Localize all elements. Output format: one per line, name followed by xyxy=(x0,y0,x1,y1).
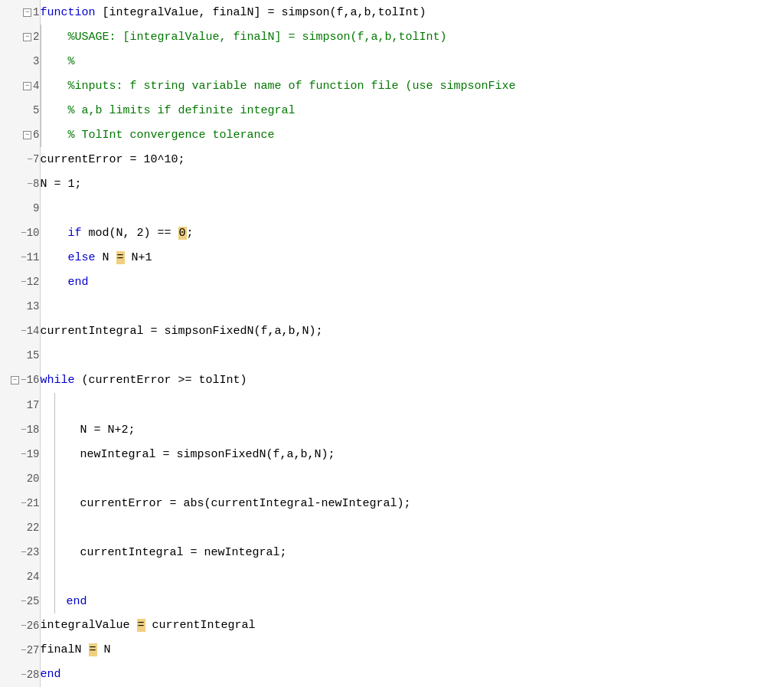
fold-button[interactable]: − xyxy=(23,33,31,41)
dash-indicator: − xyxy=(21,326,27,337)
line-number-cell: −23 xyxy=(0,540,40,564)
line-number-cell: 22 xyxy=(0,515,40,540)
code-line-cell xyxy=(40,294,784,319)
highlight-token: 0 xyxy=(178,227,187,240)
keyword-token: end xyxy=(41,668,61,681)
code-line-cell: currentIntegral = newIntegral; xyxy=(40,540,784,564)
line-number-cell: −11 xyxy=(0,245,40,270)
line-number-cell: −28 xyxy=(0,662,40,687)
dash-indicator: − xyxy=(21,227,27,239)
code-token: currentIntegral xyxy=(145,619,256,632)
code-line-cell: N = 1; xyxy=(40,172,784,196)
table-row: 15 xyxy=(0,343,784,368)
line-number: 21 xyxy=(27,497,40,509)
fold-vbar xyxy=(54,491,64,515)
code-table: −1function [integralValue, finalN] = sim… xyxy=(0,0,784,687)
fold-vbar xyxy=(54,564,64,589)
line-number: 24 xyxy=(27,571,40,583)
fold-vbar xyxy=(41,98,50,123)
code-token: mod(N, 2) == xyxy=(82,227,178,240)
line-number: 23 xyxy=(27,546,40,558)
dash-indicator: − xyxy=(21,252,27,263)
code-line-cell xyxy=(40,466,784,491)
fold-vbar xyxy=(54,466,64,491)
line-number-cell: −10 xyxy=(0,221,40,245)
line-number: 4 xyxy=(33,80,39,92)
line-number-cell: 15 xyxy=(0,343,40,368)
fold-vbar xyxy=(54,393,64,417)
table-row: 22 xyxy=(0,515,784,540)
fold-button[interactable]: − xyxy=(23,8,31,17)
table-row: 13 xyxy=(0,294,784,319)
code-line-cell: % TolInt convergence tolerance xyxy=(40,123,784,147)
line-number-cell: −18 xyxy=(0,417,40,442)
table-row: 3% xyxy=(0,49,784,74)
line-number-cell: −−16 xyxy=(0,368,40,392)
code-line-cell: end xyxy=(40,270,784,294)
line-number-cell: −4 xyxy=(0,74,40,98)
code-token: N xyxy=(97,643,111,656)
line-number-cell: 17 xyxy=(0,393,40,417)
line-number-cell: −8 xyxy=(0,172,40,196)
line-number-cell: −7 xyxy=(0,147,40,172)
table-row: −−16while (currentError >= tolInt) xyxy=(0,368,784,392)
table-row: −25end xyxy=(0,589,784,613)
table-row: −11else N = N+1 xyxy=(0,245,784,270)
line-number: 22 xyxy=(27,522,40,534)
fold-button[interactable]: − xyxy=(23,82,31,90)
code-token: finalN xyxy=(41,643,89,656)
line-number-cell: −12 xyxy=(0,270,40,294)
line-number: 8 xyxy=(33,178,39,190)
code-line-cell: end xyxy=(40,589,784,613)
code-line-cell: while (currentError >= tolInt) xyxy=(40,368,784,392)
table-row: 5% a,b limits if definite integral xyxy=(0,98,784,123)
dash-indicator: − xyxy=(21,547,27,558)
code-line-cell: finalN = N xyxy=(40,638,784,662)
code-line-cell: integralValue = currentIntegral xyxy=(40,613,784,638)
line-number: 26 xyxy=(27,620,40,632)
fold-button[interactable]: − xyxy=(11,376,19,384)
comment-token: %USAGE: [integralValue, finalN] = simpso… xyxy=(68,31,447,44)
keyword-token: end xyxy=(68,276,89,289)
dash-indicator: − xyxy=(21,620,27,632)
line-number-cell: −1 xyxy=(0,0,40,25)
line-number: 20 xyxy=(27,473,40,485)
keyword-token: if xyxy=(68,227,82,240)
dash-indicator: − xyxy=(21,424,27,436)
code-line-cell: currentError = 10^10; xyxy=(40,147,784,172)
code-line-cell: currentError = abs(currentIntegral-newIn… xyxy=(40,491,784,515)
table-row: 17 xyxy=(0,393,784,417)
code-token: newIntegral = simpsonFixedN(f,a,b,N); xyxy=(80,448,335,461)
code-line-cell xyxy=(40,196,784,221)
highlight-token: = xyxy=(116,251,125,264)
line-number: 9 xyxy=(33,202,39,214)
code-line-cell: % a,b limits if definite integral xyxy=(40,98,784,123)
highlight-token: = xyxy=(89,643,97,656)
comment-token: %inputs: f string variable name of funct… xyxy=(68,80,516,93)
keyword-token: end xyxy=(67,595,87,608)
line-number-cell: 13 xyxy=(0,294,40,319)
line-number: 14 xyxy=(27,325,40,337)
code-token: currentError = 10^10; xyxy=(41,153,185,166)
editor-container: −1function [integralValue, finalN] = sim… xyxy=(0,0,784,687)
line-number-cell: 20 xyxy=(0,466,40,491)
code-token: currentIntegral = newIntegral; xyxy=(80,546,287,559)
line-number: 19 xyxy=(27,448,40,460)
code-line-cell xyxy=(40,393,784,417)
comment-token: % a,b limits if definite integral xyxy=(68,104,296,117)
code-area: −1function [integralValue, finalN] = sim… xyxy=(0,0,784,687)
code-token: currentError = abs(currentIntegral-newIn… xyxy=(80,497,411,510)
code-line-cell: else N = N+1 xyxy=(40,245,784,270)
fold-button[interactable]: − xyxy=(23,131,31,139)
fold-vbar xyxy=(54,417,64,442)
line-number: 7 xyxy=(33,153,39,165)
keyword-token: function xyxy=(41,6,96,19)
line-number-cell: −2 xyxy=(0,25,40,49)
line-number: 18 xyxy=(27,424,40,436)
table-row: −18N = N+2; xyxy=(0,417,784,442)
table-row: −27finalN = N xyxy=(0,638,784,662)
line-number: 11 xyxy=(27,251,40,263)
table-row: 9 xyxy=(0,196,784,221)
line-number: 3 xyxy=(33,55,39,67)
keyword-token: while xyxy=(41,374,75,387)
